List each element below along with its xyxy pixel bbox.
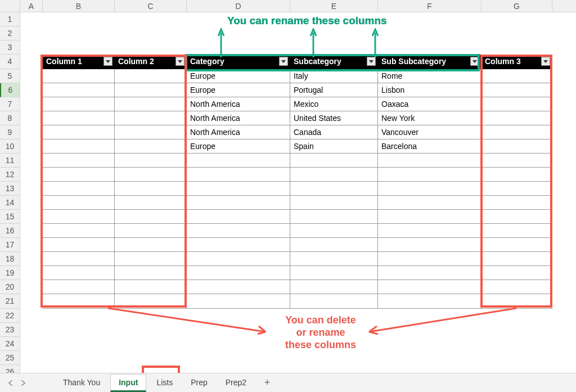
cell-F17[interactable] bbox=[378, 238, 482, 252]
cell-C25[interactable] bbox=[115, 351, 187, 365]
row-header-11[interactable]: 11 bbox=[0, 154, 20, 168]
cell-G16[interactable] bbox=[482, 224, 552, 238]
cell-E9[interactable]: Canada bbox=[290, 125, 378, 139]
cell-B7[interactable] bbox=[43, 97, 115, 111]
cell-F4[interactable]: Sub Subcategory bbox=[378, 55, 482, 69]
cell-C15[interactable] bbox=[115, 210, 187, 224]
cell-F2[interactable] bbox=[378, 26, 482, 40]
cell-C19[interactable] bbox=[115, 266, 187, 280]
cell-C4[interactable]: Column 2 bbox=[115, 55, 187, 69]
cell-D11[interactable] bbox=[187, 154, 290, 168]
filter-dropdown-icon[interactable] bbox=[541, 57, 550, 66]
cell-B25[interactable] bbox=[43, 351, 115, 365]
cell-A3[interactable] bbox=[20, 40, 43, 55]
cell-F3[interactable] bbox=[378, 40, 482, 55]
cell-C14[interactable] bbox=[115, 196, 187, 210]
cell-E20[interactable] bbox=[290, 280, 378, 294]
cell-A8[interactable] bbox=[20, 111, 43, 125]
filter-dropdown-icon[interactable] bbox=[367, 57, 376, 66]
row-header-15[interactable]: 15 bbox=[0, 210, 20, 224]
cell-C12[interactable] bbox=[115, 168, 187, 182]
tab-nav-next[interactable] bbox=[18, 377, 28, 389]
cell-C21[interactable] bbox=[115, 294, 187, 309]
cell-D20[interactable] bbox=[187, 280, 290, 294]
cell-E12[interactable] bbox=[290, 168, 378, 182]
row-header-24[interactable]: 24 bbox=[0, 337, 20, 351]
cell-G1[interactable] bbox=[482, 12, 552, 26]
cell-G15[interactable] bbox=[482, 210, 552, 224]
cell-F12[interactable] bbox=[378, 168, 482, 182]
cell-G2[interactable] bbox=[482, 26, 552, 40]
cell-B19[interactable] bbox=[43, 266, 115, 280]
cell-D3[interactable] bbox=[187, 40, 290, 55]
cell-D21[interactable] bbox=[187, 294, 290, 309]
col-header-A[interactable]: A bbox=[20, 0, 43, 12]
cell-G5[interactable] bbox=[482, 69, 552, 83]
cell-G4[interactable]: Column 3 bbox=[482, 55, 552, 69]
col-header-C[interactable]: C bbox=[115, 0, 187, 12]
cell-B6[interactable] bbox=[43, 83, 115, 97]
sheet-tab-input[interactable]: Input bbox=[110, 374, 146, 392]
col-header-E[interactable]: E bbox=[290, 0, 378, 12]
col-header-D[interactable]: D bbox=[187, 0, 290, 12]
cell-A20[interactable] bbox=[20, 280, 43, 294]
cell-C23[interactable] bbox=[115, 323, 187, 337]
cell-B8[interactable] bbox=[43, 111, 115, 125]
cell-F21[interactable] bbox=[378, 294, 482, 309]
cell-D2[interactable] bbox=[187, 26, 290, 40]
cell-G7[interactable] bbox=[482, 97, 552, 111]
cell-E25[interactable] bbox=[290, 351, 378, 365]
row-header-23[interactable]: 23 bbox=[0, 323, 20, 337]
cell-C6[interactable] bbox=[115, 83, 187, 97]
filter-dropdown-icon[interactable] bbox=[104, 57, 112, 66]
cell-E8[interactable]: United States bbox=[290, 111, 378, 125]
cell-D7[interactable]: North America bbox=[187, 97, 290, 111]
cell-G25[interactable] bbox=[482, 351, 552, 365]
row-header-9[interactable]: 9 bbox=[0, 125, 20, 139]
cell-E3[interactable] bbox=[290, 40, 378, 55]
cell-F11[interactable] bbox=[378, 154, 482, 168]
cell-D17[interactable] bbox=[187, 238, 290, 252]
cell-G14[interactable] bbox=[482, 196, 552, 210]
cell-F8[interactable]: New York bbox=[378, 111, 482, 125]
col-header-F[interactable]: F bbox=[378, 0, 482, 12]
row-header-22[interactable]: 22 bbox=[0, 309, 20, 323]
cell-F1[interactable] bbox=[378, 12, 482, 26]
cell-C7[interactable] bbox=[115, 97, 187, 111]
cell-G8[interactable] bbox=[482, 111, 552, 125]
cell-F14[interactable] bbox=[378, 196, 482, 210]
row-header-12[interactable]: 12 bbox=[0, 168, 20, 182]
cell-G10[interactable] bbox=[482, 139, 552, 154]
cell-B22[interactable] bbox=[43, 309, 115, 323]
cell-G19[interactable] bbox=[482, 266, 552, 280]
cell-C9[interactable] bbox=[115, 125, 187, 139]
cell-E16[interactable] bbox=[290, 224, 378, 238]
row-header-16[interactable]: 16 bbox=[0, 224, 20, 238]
cell-C24[interactable] bbox=[115, 337, 187, 351]
cell-D12[interactable] bbox=[187, 168, 290, 182]
row-header-17[interactable]: 17 bbox=[0, 238, 20, 252]
cell-D13[interactable] bbox=[187, 182, 290, 196]
filter-dropdown-icon[interactable] bbox=[470, 57, 479, 66]
cell-B2[interactable] bbox=[43, 26, 115, 40]
cell-A1[interactable] bbox=[20, 12, 43, 26]
cell-C13[interactable] bbox=[115, 182, 187, 196]
sheet-tab-prep[interactable]: Prep bbox=[183, 375, 215, 391]
row-header-25[interactable]: 25 bbox=[0, 351, 20, 365]
cell-E6[interactable]: Portugal bbox=[290, 83, 378, 97]
cell-C16[interactable] bbox=[115, 224, 187, 238]
cell-A19[interactable] bbox=[20, 266, 43, 280]
cell-B5[interactable] bbox=[43, 69, 115, 83]
tab-nav-prev[interactable] bbox=[6, 377, 16, 389]
cell-G22[interactable] bbox=[482, 309, 552, 323]
cell-F24[interactable] bbox=[378, 337, 482, 351]
row-header-8[interactable]: 8 bbox=[0, 111, 20, 125]
cell-B15[interactable] bbox=[43, 210, 115, 224]
cell-D6[interactable]: Europe bbox=[187, 83, 290, 97]
cell-F22[interactable] bbox=[378, 309, 482, 323]
row-header-2[interactable]: 2 bbox=[0, 26, 20, 40]
cell-E10[interactable]: Spain bbox=[290, 139, 378, 154]
cell-E19[interactable] bbox=[290, 266, 378, 280]
cell-B17[interactable] bbox=[43, 238, 115, 252]
sheet-tab-thank-you[interactable]: Thank You bbox=[55, 375, 108, 391]
